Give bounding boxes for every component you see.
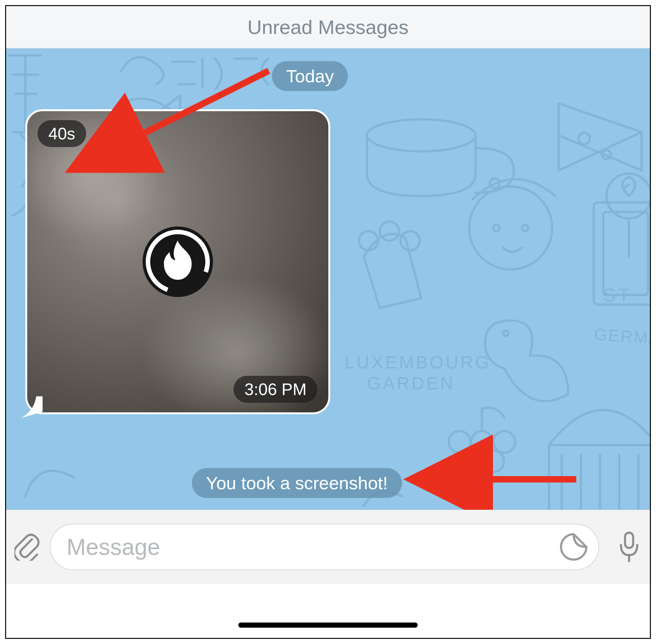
timestamp-text: 3:06 PM — [244, 380, 307, 398]
svg-point-19 — [471, 431, 493, 453]
svg-text:GERMAIN: GERMAIN — [593, 325, 650, 349]
svg-point-11 — [380, 222, 399, 241]
message-input[interactable]: Message — [50, 524, 599, 570]
svg-point-18 — [449, 431, 471, 453]
svg-point-6 — [522, 225, 528, 231]
svg-rect-26 — [625, 532, 633, 548]
voice-message-button[interactable] — [608, 532, 650, 562]
flame-icon — [160, 239, 195, 281]
svg-point-3 — [469, 186, 552, 270]
annotation-arrow-2 — [454, 462, 589, 500]
self-destruct-indicator — [143, 227, 213, 297]
svg-point-20 — [493, 431, 515, 453]
svg-text:ST: ST — [603, 285, 632, 305]
chat-background[interactable]: LUXEMBOURG GARDEN ST GERMAIN — [6, 48, 650, 510]
countdown-badge: 40s — [38, 120, 86, 147]
sticker-button[interactable] — [560, 533, 587, 561]
paperclip-icon — [15, 533, 40, 561]
screenshot-notice-chip: You took a screenshot! — [192, 468, 402, 498]
message-composer: Message — [6, 510, 650, 584]
home-indicator[interactable] — [238, 623, 418, 628]
annotation-arrow-1 — [109, 61, 282, 157]
svg-point-5 — [493, 225, 499, 231]
svg-line-24 — [128, 71, 269, 141]
svg-rect-8 — [603, 212, 648, 295]
svg-text:GARDEN: GARDEN — [367, 373, 455, 393]
unread-messages-bar: Unread Messages — [6, 6, 650, 48]
message-placeholder: Message — [67, 534, 160, 560]
app-frame: Unread Messages — [5, 5, 651, 639]
mic-icon — [618, 532, 640, 562]
unread-messages-label: Unread Messages — [247, 16, 408, 39]
svg-point-17 — [503, 331, 508, 336]
svg-text:LUXEMBOURG: LUXEMBOURG — [345, 352, 491, 372]
date-label: Today — [286, 66, 334, 86]
screenshot-notice-text: You took a screenshot! — [206, 473, 388, 493]
sticker-icon — [560, 533, 587, 561]
attach-button[interactable] — [6, 533, 48, 561]
timestamp-badge: 3:06 PM — [234, 376, 318, 403]
svg-point-1 — [579, 133, 590, 144]
date-chip: Today — [272, 61, 348, 91]
svg-point-12 — [400, 231, 420, 250]
svg-point-0 — [367, 119, 476, 151]
countdown-text: 40s — [48, 124, 75, 143]
